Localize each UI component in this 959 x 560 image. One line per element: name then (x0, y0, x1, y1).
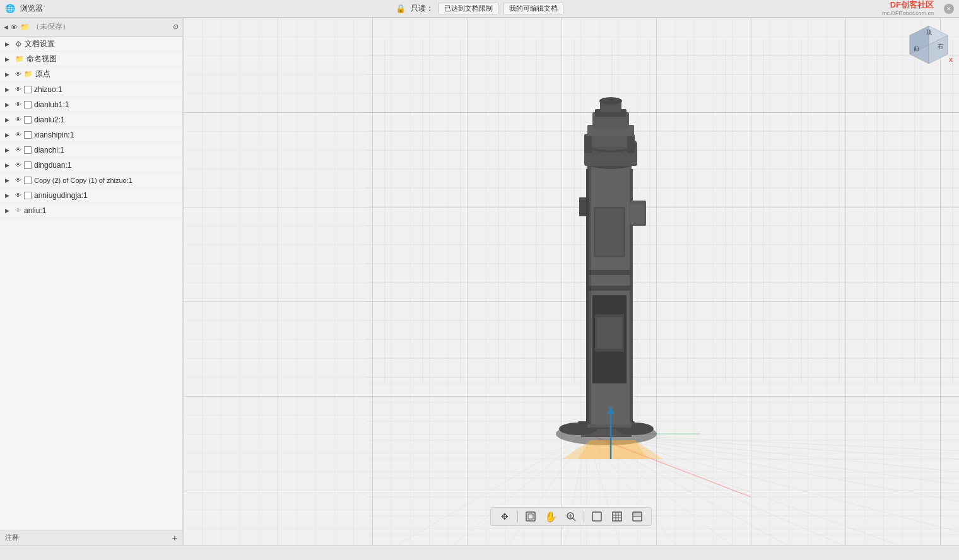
svg-rect-87 (584, 134, 592, 153)
visibility-box[interactable] (24, 101, 32, 108)
df-logo: DF创客社区 (882, 0, 934, 10)
eye-icon[interactable]: 👁 (11, 23, 18, 31)
tree-item-anliu[interactable]: ▶ 👁 anliu:1 (0, 203, 182, 218)
tree-item-dianlu2[interactable]: ▶ 👁 dianlu2:1 (0, 112, 182, 127)
svg-point-93 (599, 97, 622, 105)
df-sub: mc.DFRobot.com.cn (882, 10, 934, 17)
limit-button[interactable]: 已达到文档限制 (438, 2, 498, 15)
visibility-box[interactable] (24, 131, 32, 139)
tree-item-zhizuo[interactable]: ▶ 👁 zhizuo:1 (0, 82, 182, 97)
visibility-box[interactable] (24, 161, 32, 169)
svg-rect-79 (597, 317, 622, 349)
left-panel: ◀ 👁 📁 （未保存） ⊙ ▶ ⚙ 文档设置 ▶ 📁 命名视图 ▶ (0, 18, 183, 545)
tree-item-copy-zhizuo[interactable]: ▶ 👁 Copy (2) of Copy (1) of zhizuo:1 (0, 173, 182, 188)
collapse-arrow[interactable]: ◀ (4, 24, 8, 30)
item-label: anliu:1 (24, 206, 46, 215)
visibility-box[interactable] (24, 177, 32, 184)
eye-icon: 👁 (15, 131, 21, 138)
item-label: xianshipin:1 (34, 131, 74, 139)
visibility-box[interactable] (24, 146, 32, 154)
arrow-icon: ▶ (5, 207, 13, 214)
tree-item-dingduan[interactable]: ▶ 👁 dingduan:1 (0, 158, 182, 173)
separator (584, 511, 584, 522)
svg-rect-126 (613, 512, 621, 521)
main-area: ◀ 👁 📁 （未保存） ⊙ ▶ ⚙ 文档设置 ▶ 📁 命名视图 ▶ (0, 18, 959, 545)
arrow-icon: ▶ (5, 147, 13, 153)
arrow-icon: ▶ (5, 162, 13, 168)
annotation-label: 注释 (5, 533, 19, 542)
nav-cube[interactable]: 顶 前 右 X (903, 23, 954, 73)
folder-icon: 📁 (24, 70, 33, 78)
tree-item-xianshipin[interactable]: ▶ 👁 xianshipin:1 (0, 127, 182, 143)
item-label: dianlub1:1 (34, 100, 69, 109)
tree-item-settings[interactable]: ▶ ⚙ 文档设置 (0, 37, 182, 52)
tree-item-dianlub1[interactable]: ▶ 👁 dianlub1:1 (0, 97, 182, 112)
arrow-icon: ▶ (5, 86, 13, 93)
svg-rect-119 (526, 512, 535, 521)
arrow-icon: ▶ (5, 71, 13, 78)
svg-text:X: X (949, 57, 953, 63)
header-title: （未保存） (32, 21, 70, 32)
view-mode-icon (591, 511, 603, 522)
3d-model (518, 55, 695, 459)
tree-item-named-views[interactable]: ▶ 📁 命名视图 (0, 52, 182, 67)
eye-icon: 👁 (15, 116, 21, 123)
zoom-fit-button[interactable] (562, 510, 580, 523)
svg-text:右: 右 (938, 43, 943, 49)
svg-text:前: 前 (914, 45, 919, 52)
tree-item-origin[interactable]: ▶ 👁 📁 原点 (0, 67, 182, 82)
zoom-icon (565, 511, 577, 522)
arrow-icon: ▶ (5, 41, 13, 47)
eye-icon: 👁 (15, 161, 21, 168)
item-label: 文档设置 (25, 38, 55, 49)
tree-view: ▶ ⚙ 文档设置 ▶ 📁 命名视图 ▶ 👁 📁 原点 ▶ 👁 (0, 37, 182, 530)
svg-rect-110 (586, 166, 591, 424)
svg-line-122 (573, 518, 575, 521)
my-docs-button[interactable]: 我的可编辑文档 (503, 2, 563, 15)
readonly-label: 只读： (411, 3, 433, 14)
view3d-button[interactable] (522, 510, 539, 523)
display-button[interactable] (628, 510, 646, 523)
item-label: anniugudingja:1 (34, 191, 88, 200)
item-label: 原点 (35, 69, 50, 79)
visibility-box[interactable] (24, 192, 32, 199)
arrow-icon: ▶ (5, 192, 13, 199)
df-logo-section: DF创客社区 mc.DFRobot.com.cn (882, 0, 934, 16)
pan-button[interactable]: ✋ (542, 510, 560, 523)
eye-icon: 👁 (15, 177, 21, 184)
browser-icon: 🌐 (5, 4, 15, 13)
eye-icon: 👁 (15, 71, 21, 78)
svg-rect-95 (630, 204, 644, 223)
history-icon[interactable]: ⊙ (173, 23, 179, 31)
bottom-status-bar (0, 545, 959, 560)
tree-item-dianchi[interactable]: ▶ 👁 dianchi:1 (0, 143, 182, 158)
separator (517, 511, 518, 522)
transform-tool-button[interactable]: ✥ (496, 510, 514, 523)
item-label: dianlu2:1 (34, 115, 65, 124)
view-mode-button[interactable] (588, 510, 606, 523)
svg-text:顶: 顶 (926, 29, 932, 35)
add-annotation-button[interactable]: + (172, 533, 177, 543)
left-panel-header: ◀ 👁 📁 （未保存） ⊙ (0, 18, 182, 37)
item-label: zhizuo:1 (34, 85, 62, 94)
readonly-section: 🔒 只读： 已达到文档限制 我的可编辑文档 (396, 2, 563, 15)
display-icon (632, 511, 643, 522)
item-label: Copy (2) of Copy (1) of zhizuo:1 (34, 177, 132, 184)
grid-icon (611, 511, 623, 522)
grid-button[interactable] (608, 510, 626, 523)
arrow-icon: ▶ (5, 117, 13, 123)
visibility-box[interactable] (24, 86, 32, 93)
close-button[interactable]: ✕ (944, 4, 954, 14)
gear-icon: ⚙ (15, 40, 22, 49)
arrow-icon: ▶ (5, 56, 13, 62)
svg-rect-125 (592, 512, 601, 521)
eye-icon: 👁 (15, 207, 21, 214)
lock-icon: 🔒 (396, 4, 406, 13)
viewport[interactable]: 顶 前 右 X ✥ ✋ (183, 18, 959, 545)
tree-item-anniugudingja[interactable]: ▶ 👁 anniugudingja:1 (0, 188, 182, 203)
item-label: 命名视图 (26, 54, 57, 64)
pan-icon: ✋ (544, 511, 557, 523)
visibility-box[interactable] (24, 116, 32, 124)
eye-icon: 👁 (15, 86, 21, 93)
svg-rect-133 (633, 512, 642, 516)
